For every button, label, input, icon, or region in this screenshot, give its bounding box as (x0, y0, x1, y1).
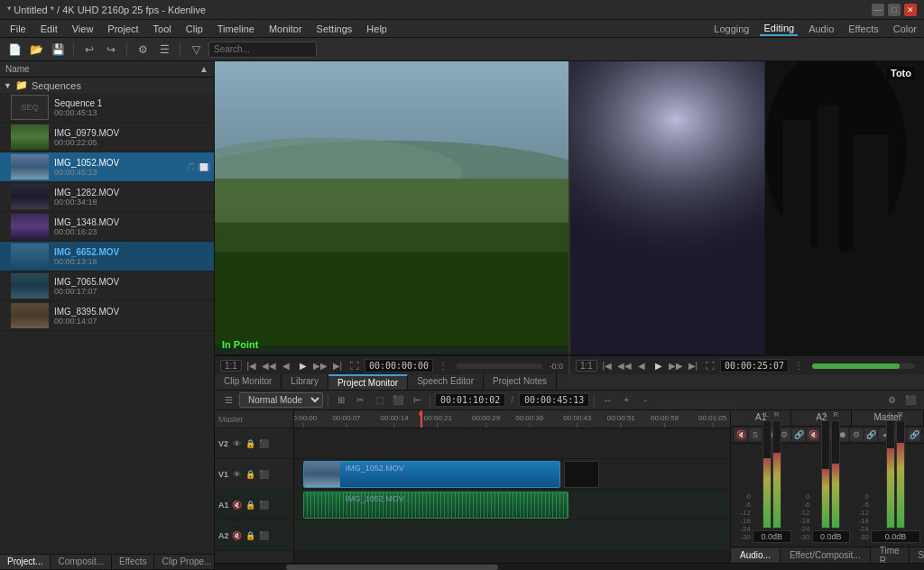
clip-prev-frame[interactable]: |◀ (245, 359, 259, 373)
a2-settings[interactable]: ⚙ (850, 428, 863, 441)
menu-monitor[interactable]: Monitor (263, 23, 309, 35)
clip-play-fwd[interactable]: ▶▶ (313, 359, 328, 373)
tab-composit[interactable]: Composit... (51, 555, 112, 569)
a1-solo[interactable]: S (749, 428, 762, 441)
tl-menu[interactable]: ☰ (220, 392, 236, 409)
tl-group[interactable]: ⬚ (371, 392, 387, 409)
track-solo-a1[interactable]: ⬛ (259, 500, 270, 510)
list-item[interactable]: IMG_6652.MOV 00:00:13:18 (0, 242, 214, 271)
tab-clip-monitor[interactable]: Clip Monitor (215, 374, 282, 390)
clip-ratio[interactable]: 1:1 (220, 360, 242, 372)
a1-link[interactable]: 🔗 (792, 428, 805, 441)
tab-project[interactable]: Project... (0, 555, 51, 569)
track-lane-a2[interactable] (294, 520, 730, 551)
tl-split[interactable]: ⊢ (409, 392, 425, 409)
a1-mute[interactable]: 🔇 (735, 428, 747, 441)
tl-ungroup[interactable]: ⬛ (390, 392, 406, 409)
timeline-scrollbar[interactable] (215, 563, 924, 570)
menu-file[interactable]: File (4, 23, 32, 35)
menu-help[interactable]: Help (360, 23, 393, 35)
menu-settings[interactable]: Settings (310, 23, 359, 35)
proj-progress-bar[interactable] (812, 363, 915, 369)
tl-mode-select[interactable]: Normal Mode (239, 392, 323, 408)
proj-play[interactable]: ▶ (651, 359, 666, 373)
track-lane-v1[interactable]: IMG_1052.MOV (294, 459, 730, 490)
minimize-button[interactable]: — (872, 4, 884, 16)
track-lock-v1[interactable]: 🔒 (245, 469, 255, 480)
proj-prev-frame[interactable]: |◀ (600, 359, 614, 373)
menu-view[interactable]: View (66, 23, 100, 35)
clip-options[interactable]: ⋮ (436, 359, 450, 373)
tl-settings[interactable]: ⚙ (883, 392, 900, 409)
master-link[interactable]: 🔗 (908, 428, 920, 441)
clip-fullscreen[interactable]: ⛶ (347, 359, 362, 373)
menu-edit[interactable]: Edit (34, 23, 64, 35)
playhead[interactable] (420, 410, 422, 428)
ws-tab-editing[interactable]: Editing (760, 22, 798, 36)
list-item[interactable]: IMG_1282.MOV 00:00:34:18 (0, 182, 214, 212)
proj-fullscreen[interactable]: ⛶ (703, 359, 717, 373)
collapse-icon[interactable]: ▲ (199, 64, 208, 74)
tab-project-notes[interactable]: Project Notes (484, 374, 557, 390)
settings-button[interactable]: ⚙ (134, 41, 152, 59)
list-item[interactable]: IMG_1348.MOV 00:00:16:23 (0, 212, 214, 242)
ws-tab-color[interactable]: Color (890, 23, 920, 35)
new-button[interactable]: 📄 (5, 41, 23, 59)
menu-button[interactable]: ☰ (155, 41, 173, 59)
maximize-button[interactable]: □ (888, 4, 901, 16)
track-solo-a2[interactable]: ⬛ (259, 530, 270, 541)
proj-options[interactable]: ⋮ (791, 359, 806, 373)
search-input[interactable] (208, 41, 317, 58)
tl-fit[interactable]: ↔ (599, 392, 615, 409)
tl-snap[interactable]: ⊞ (333, 392, 349, 409)
ws-tab-audio[interactable]: Audio (805, 23, 837, 35)
track-mute-a1[interactable]: 🔇 (232, 500, 243, 510)
tl-clip[interactable]: IMG_1052.MOV (303, 461, 560, 488)
a2-link[interactable]: 🔗 (864, 428, 877, 441)
sequences-tree-root[interactable]: ▼ 📁 Sequences (0, 78, 214, 93)
tab-effects[interactable]: Effects (112, 555, 154, 569)
list-item[interactable]: IMG_1052.MOV 00:00:45:13 🎵 ⬜ (0, 152, 214, 182)
tl-razorall[interactable]: ✂ (352, 392, 368, 409)
track-visible-v2[interactable]: 👁 (231, 438, 242, 449)
menu-project[interactable]: Project (101, 23, 144, 35)
proj-play-fwd[interactable]: ▶▶ (669, 359, 683, 373)
track-mute-v1[interactable]: ⬛ (258, 469, 269, 480)
clip-play[interactable]: ▶ (296, 359, 310, 373)
tl-expand[interactable]: ⬛ (902, 392, 919, 409)
list-item[interactable]: IMG_7065.MOV 00:00:17:07 (0, 271, 214, 301)
list-item[interactable]: IMG_0979.MOV 00:00:22:05 (0, 123, 214, 152)
track-mute-v2[interactable]: ⬛ (258, 438, 269, 449)
ws-tab-logging[interactable]: Logging (710, 23, 753, 35)
list-item[interactable]: SEQ Sequence 1 00:00:45:13 (0, 93, 214, 123)
list-item[interactable]: IMG_8395.MOV 00:00:14:07 (0, 301, 214, 331)
tab-subtitles[interactable]: Subtitles (910, 548, 924, 562)
undo-button[interactable]: ↩ (80, 41, 98, 59)
open-button[interactable]: 📂 (27, 41, 45, 59)
track-lane-a1[interactable]: IMG_1052.MOV (294, 490, 730, 520)
ws-tab-effects[interactable]: Effects (845, 23, 882, 35)
track-mute-a2[interactable]: 🔇 (232, 530, 243, 541)
tab-speech-editor[interactable]: Speech Editor (408, 374, 484, 390)
tab-effect-composit[interactable]: Effect/Composit... (781, 548, 871, 562)
tab-library[interactable]: Library (282, 374, 328, 390)
save-button[interactable]: 💾 (49, 41, 67, 59)
tab-project-monitor[interactable]: Project Monitor (328, 374, 408, 390)
tab-audio[interactable]: Audio... (731, 548, 781, 562)
a2-mute[interactable]: 🔇 (807, 428, 819, 441)
clip-next-frame[interactable]: ▶| (330, 359, 345, 373)
menu-clip[interactable]: Clip (180, 23, 209, 35)
tl-clip-black[interactable] (564, 461, 599, 488)
clip-play-back[interactable]: ◀ (279, 359, 293, 373)
proj-rewind[interactable]: ◀◀ (617, 359, 632, 373)
proj-play-back[interactable]: ◀ (634, 359, 649, 373)
track-lane-v2[interactable] (294, 428, 730, 459)
clip-rewind[interactable]: ◀◀ (262, 359, 276, 373)
proj-ratio[interactable]: 1:1 (576, 360, 597, 372)
filter-button[interactable]: ▽ (187, 41, 205, 59)
tl-zoom-in[interactable]: + (618, 392, 634, 409)
track-lock-a1[interactable]: 🔒 (245, 500, 256, 510)
track-lock-v2[interactable]: 🔒 (245, 438, 255, 449)
timeline-ruler[interactable]: 00:00:00 00:00:07 00:00:14 00:00:21 00:0… (294, 410, 730, 428)
tl-audio-clip[interactable]: IMG_1052.MOV (303, 492, 569, 519)
